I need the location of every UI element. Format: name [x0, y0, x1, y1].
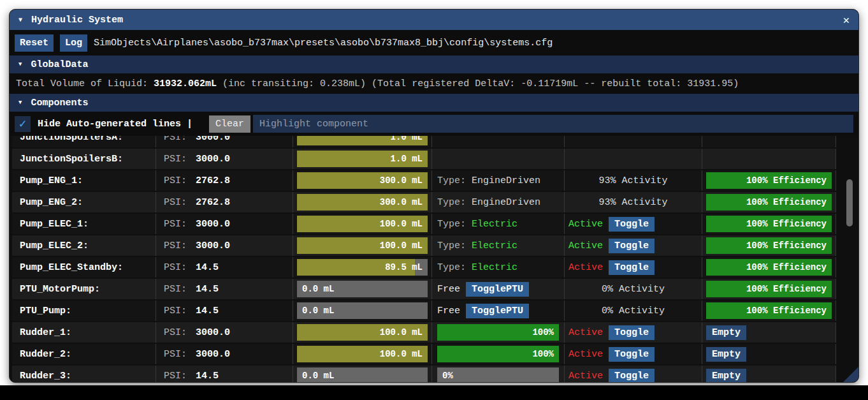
controls-cell: ActiveToggle [565, 235, 702, 256]
efficiency-cell: 100% Efficiency [702, 257, 836, 278]
toggle-button[interactable]: Toggle [609, 260, 655, 275]
psi-label: PSI: [164, 136, 187, 143]
controls-cell: 0% Activity [565, 300, 702, 321]
psi-cell: PSI:3000.0 [156, 344, 293, 364]
efficiency-cell: 100% Efficiency [702, 279, 836, 299]
toggle-button[interactable]: Toggle [609, 347, 655, 362]
hide-autogenerated-checkbox[interactable]: ✓ [15, 116, 31, 132]
bar-value-label: 100% [437, 324, 559, 341]
log-button[interactable]: Log [60, 34, 87, 52]
volume-bar: 1.0 mL [297, 151, 428, 167]
component-name-cell: Pump_ENG_1: [12, 170, 156, 191]
volume-cell: 1.0 mL [293, 136, 432, 147]
close-icon[interactable]: ✕ [843, 13, 850, 27]
type-cell: Type:Electric [432, 214, 565, 234]
resize-grip[interactable] [843, 367, 858, 382]
reset-button[interactable]: Reset [15, 34, 54, 52]
component-name-cell: Pump_ENG_2: [12, 192, 156, 212]
type-label: Type: [437, 197, 466, 208]
toggle-button[interactable]: Toggle [609, 217, 655, 232]
component-name-cell: JunctionSpoilersB: [12, 149, 156, 169]
component-row: PTU_MotorPump:PSI:14.50.0 mLFreeTogglePT… [12, 279, 836, 299]
component-name: Pump_ENG_2: [20, 197, 83, 208]
empty-button[interactable]: Empty [706, 325, 746, 340]
collapse-triangle-icon[interactable]: ▼ [18, 17, 22, 24]
component-name-cell: Pump_ELEC_1: [12, 214, 156, 234]
level-percent-bar: 0% [437, 367, 559, 382]
type-value: Electric [472, 262, 517, 273]
bar-value-label: 300.0 mL [297, 194, 428, 211]
volume-bar: 300.0 mL [297, 172, 428, 189]
active-status-label: Active [568, 219, 603, 230]
efficiency-bar: 100% Efficiency [706, 302, 832, 319]
component-row: Pump_ELEC_2:PSI:3000.0100.0 mLType:Elect… [12, 235, 836, 256]
type-cell: Type:Electric [432, 257, 565, 278]
component-name: JunctionSpoilersB: [20, 154, 123, 165]
efficiency-cell: 100% Efficiency [702, 170, 836, 191]
psi-cell: PSI:3000.0 [156, 136, 293, 147]
collapse-triangle-icon[interactable]: ▼ [18, 61, 22, 68]
efficiency-bar: 100% Efficiency [706, 216, 832, 232]
volume-cell: 300.0 mL [293, 170, 432, 191]
toggle-button[interactable]: Toggle [609, 325, 655, 340]
psi-cell: PSI:14.5 [156, 279, 293, 299]
toggleptu-button[interactable]: TogglePTU [466, 304, 529, 318]
psi-label: PSI: [164, 262, 187, 273]
bar-value-label: 300.0 mL [297, 172, 428, 189]
component-name: PTU_Pump: [20, 306, 71, 316]
type-label: Type: [437, 219, 466, 230]
volume-bar: 0.0 mL [297, 281, 428, 297]
volume-bar: 1.0 mL [297, 136, 428, 145]
active-status-label: Active [568, 371, 603, 381]
clear-button[interactable]: Clear [209, 115, 250, 133]
type-cell: 100% [432, 322, 565, 343]
bar-value-label: 100.0 mL [297, 237, 428, 254]
psi-value: 3000.0 [196, 327, 230, 338]
activity-label: 0% Activity [568, 306, 698, 316]
type-label: Type: [437, 241, 466, 251]
volume-cell: 89.5 mL [293, 257, 432, 278]
psi-cell: PSI:2762.8 [156, 192, 293, 212]
component-row: Pump_ELEC_1:PSI:3000.0100.0 mLType:Elect… [12, 214, 836, 234]
psi-cell: PSI:2762.8 [156, 170, 293, 191]
bar-value-label: 100.0 mL [297, 346, 428, 362]
component-row: Rudder_1:PSI:3000.0100.0 mL100%ActiveTog… [12, 322, 836, 343]
total-volume-value: 31932.062mL [154, 78, 217, 89]
psi-label: PSI: [164, 371, 187, 381]
bar-value-label: 1.0 mL [297, 151, 428, 167]
component-name: Rudder_3: [20, 371, 71, 381]
type-cell [432, 149, 565, 169]
volume-cell: 0.0 mL [293, 279, 432, 299]
components-table-viewport: JunctionSpoilersA:PSI:3000.01.0 mLJuncti… [10, 136, 858, 382]
psi-label: PSI: [164, 197, 187, 208]
type-cell: Type:EngineDriven [432, 170, 565, 191]
component-row: PTU_Pump:PSI:14.50.0 mLFreeTogglePTU0% A… [12, 300, 836, 321]
toggle-button[interactable]: Toggle [609, 369, 655, 383]
controls-cell: ActiveToggle [565, 257, 702, 278]
psi-cell: PSI:3000.0 [156, 214, 293, 234]
bar-value-label: 0% [437, 367, 559, 382]
efficiency-cell: 100% Efficiency [702, 192, 836, 212]
efficiency-bar: 100% Efficiency [706, 172, 832, 189]
volume-cell: 0.0 mL [293, 300, 432, 321]
type-value: Electric [472, 241, 517, 251]
toggle-button[interactable]: Toggle [609, 239, 655, 253]
empty-button[interactable]: Empty [706, 347, 746, 362]
component-name: JunctionSpoilersA: [20, 136, 123, 143]
component-name-cell: Pump_ELEC_2: [12, 235, 156, 256]
type-cell: Type:EngineDriven [432, 192, 565, 212]
efficiency-cell [702, 136, 836, 147]
toggleptu-button[interactable]: TogglePTU [466, 282, 529, 297]
component-name: PTU_MotorPump: [20, 284, 100, 295]
psi-value: 2762.8 [196, 197, 230, 208]
vertical-scrollbar-thumb[interactable] [846, 179, 853, 226]
active-status-label: Active [568, 241, 603, 251]
psi-cell: PSI:14.5 [156, 257, 293, 278]
highlight-component-input[interactable]: Highlight component [253, 115, 853, 133]
bar-value-label: 100.0 mL [297, 324, 428, 341]
empty-button[interactable]: Empty [706, 369, 746, 383]
efficiency-cell: Empty [702, 366, 836, 382]
level-percent-bar: 100% [437, 346, 559, 362]
component-row: JunctionSpoilersA:PSI:3000.01.0 mL [12, 136, 836, 147]
collapse-triangle-icon[interactable]: ▼ [18, 100, 22, 106]
